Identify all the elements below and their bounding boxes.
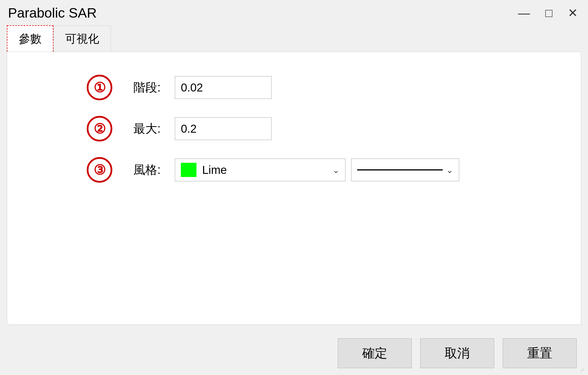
reset-button[interactable]: 重置 — [503, 338, 577, 368]
circle-2: ② — [87, 116, 112, 141]
style-label: 風格: — [127, 162, 161, 178]
title-bar-controls: — □ ✕ — [515, 6, 581, 20]
tab-panel-params: ① 階段: ② 最大: ③ 風格: L — [7, 52, 581, 325]
line-style-dropdown[interactable]: ⌄ — [351, 159, 459, 181]
bottom-bar: 確定 取消 重置 — [0, 332, 588, 375]
window: Parabolic SAR — □ ✕ 參數 可視化 ① 階段: — [0, 0, 588, 375]
style-selects: Lime ⌄ ⌄ — [175, 159, 459, 181]
line-preview — [357, 169, 443, 170]
step-label: 階段: — [127, 80, 161, 95]
resize-handle[interactable]: ⟋ — [579, 367, 586, 374]
color-name: Lime — [202, 164, 332, 176]
main-content: 參數 可視化 ① 階段: ② 最大: — [0, 25, 588, 332]
chevron-down-icon-2: ⌄ — [446, 165, 453, 175]
maximize-button[interactable]: □ — [542, 6, 556, 20]
circle-1: ① — [87, 75, 112, 100]
tab-visualize[interactable]: 可視化 — [53, 26, 111, 52]
param-row-step: ① 階段: — [87, 75, 558, 100]
circle-3: ③ — [87, 157, 112, 183]
cancel-button[interactable]: 取消 — [420, 338, 494, 368]
color-swatch — [181, 163, 196, 177]
title-bar: Parabolic SAR — □ ✕ — [0, 0, 588, 25]
tab-params[interactable]: 參數 — [7, 25, 53, 52]
max-label: 最大: — [127, 121, 161, 137]
step-input[interactable] — [175, 76, 272, 99]
minimize-button[interactable]: — — [515, 6, 533, 20]
param-row-style: ③ 風格: Lime ⌄ ⌄ — [87, 157, 558, 183]
param-row-max: ② 最大: — [87, 116, 558, 141]
color-dropdown[interactable]: Lime ⌄ — [175, 159, 345, 181]
max-input[interactable] — [175, 117, 272, 140]
close-button[interactable]: ✕ — [564, 6, 581, 20]
tabs-row: 參數 可視化 — [7, 25, 581, 52]
params-area: ① 階段: ② 最大: ③ 風格: L — [30, 69, 558, 183]
chevron-down-icon: ⌄ — [332, 165, 339, 175]
window-title: Parabolic SAR — [8, 5, 97, 21]
ok-button[interactable]: 確定 — [338, 338, 412, 368]
